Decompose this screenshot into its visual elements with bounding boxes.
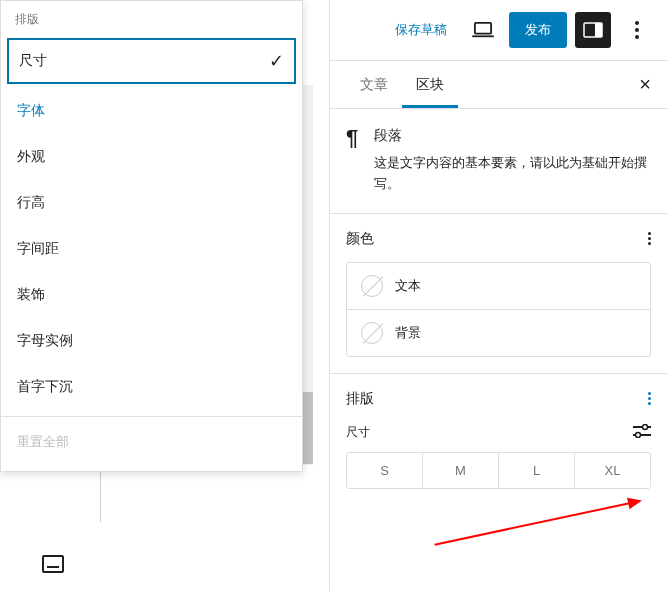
sidebar-icon [583,22,603,38]
paragraph-icon: ¶ [346,127,358,195]
tab-block[interactable]: 区块 [402,62,458,108]
size-l-button[interactable]: L [498,453,574,488]
option-letter-case[interactable]: 字母实例 [1,318,302,364]
block-description: ¶ 段落 这是文字内容的基本要素，请以此为基础开始撰写。 [330,109,667,214]
color-options-button[interactable] [648,232,651,245]
option-font[interactable]: 字体 [1,88,302,134]
block-subtitle: 这是文字内容的基本要素，请以此为基础开始撰写。 [374,153,651,195]
option-size[interactable]: 尺寸 ✓ [7,38,296,84]
color-text-button[interactable]: 文本 [347,263,650,309]
editor-topbar: 保存草稿 发布 [330,0,667,61]
empty-color-icon [361,275,383,297]
typography-section-title: 排版 [346,390,374,408]
size-preset-group: S M L XL [346,452,651,489]
preview-device-button[interactable] [465,12,501,48]
typography-options-button[interactable] [648,392,651,405]
scrollbar-thumb[interactable] [303,392,313,464]
svg-point-7 [636,432,641,437]
svg-point-5 [643,424,648,429]
panel-header: 排版 [1,1,302,34]
color-section-title: 颜色 [346,230,374,248]
size-xl-button[interactable]: XL [574,453,650,488]
sliders-icon [633,424,651,438]
svg-rect-0 [475,23,491,34]
option-decoration[interactable]: 装饰 [1,272,302,318]
check-icon: ✓ [269,50,284,72]
option-appearance[interactable]: 外观 [1,134,302,180]
typography-dropdown-panel: 排版 尺寸 ✓ 字体 外观 行高 字间距 装饰 字母实例 首字下沉 重置全部 [0,0,303,472]
sidebar-toggle-button[interactable] [575,12,611,48]
reset-all[interactable]: 重置全部 [1,416,302,467]
more-options-button[interactable] [619,12,655,48]
sidebar-tabs: 文章 区块 × [330,61,667,109]
size-m-button[interactable]: M [422,453,498,488]
empty-color-icon [361,322,383,344]
size-label: 尺寸 [346,424,370,441]
custom-size-toggle[interactable] [633,424,651,442]
divider [100,472,101,522]
settings-sidebar: 保存草稿 发布 文章 区块 × ¶ 段落 这是文字内容的基本要素，请以此为基础开… [329,0,667,591]
dots-vertical-icon [635,21,639,39]
option-line-height[interactable]: 行高 [1,180,302,226]
option-drop-cap[interactable]: 首字下沉 [1,364,302,410]
publish-button[interactable]: 发布 [509,12,567,48]
svg-rect-3 [595,23,602,37]
laptop-icon [472,21,494,39]
color-background-button[interactable]: 背景 [347,309,650,356]
block-title: 段落 [374,127,651,145]
size-s-button[interactable]: S [347,453,422,488]
typography-section: 排版 尺寸 S M L XL [330,374,667,505]
tab-post[interactable]: 文章 [346,62,402,108]
option-letter-spacing[interactable]: 字间距 [1,226,302,272]
close-sidebar-button[interactable]: × [639,73,651,96]
color-section: 颜色 文本 背景 [330,214,667,374]
device-icon[interactable] [42,555,64,573]
save-draft-button[interactable]: 保存草稿 [385,13,457,47]
